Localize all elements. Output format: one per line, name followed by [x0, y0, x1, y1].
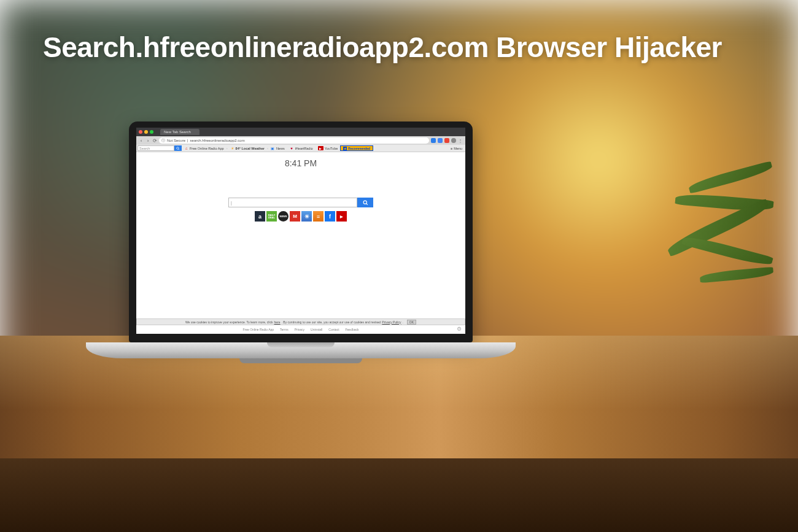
footer-links: Free Online Radio App Terms Privacy Unin… — [136, 325, 465, 334]
cookie-here-link[interactable]: here — [274, 320, 281, 324]
shortcut-booking[interactable]: ≡ — [313, 211, 323, 222]
headline-text: Search.hfreeonlineradioapp2.com Browser … — [43, 31, 722, 64]
weather-icon: ☀ — [304, 214, 309, 220]
browser-tab[interactable]: New Tab Search — [160, 129, 200, 135]
recommended-label: Recommended — [348, 147, 370, 150]
svg-line-3 — [366, 203, 367, 204]
toolbar-link-weather[interactable]: ☀ 84° Local Weather — [228, 146, 267, 150]
radio-icon: ♫ — [184, 146, 188, 150]
footer-link[interactable]: Uninstall — [311, 328, 322, 331]
plant-decoration — [663, 160, 798, 331]
laptop-notch — [267, 342, 335, 347]
heart-icon: ♥ — [290, 146, 294, 150]
page-content: 8:41 PM | a DAILY DEAL NEWS M ☀ ≡ f ▶ — [136, 152, 465, 334]
svg-line-1 — [179, 148, 179, 149]
youtube-icon: ▶ — [340, 214, 343, 218]
toolbar-link-label: News — [276, 147, 285, 150]
toolbar-link-label: iHeartRadio — [295, 147, 313, 150]
shortcut-youtube[interactable]: ▶ — [336, 211, 347, 222]
cookie-text-pre: We use cookies to improve your experienc… — [185, 320, 273, 324]
search-icon — [176, 147, 180, 150]
cookie-ok-button[interactable]: OK — [407, 320, 416, 325]
globe-icon: NEWS — [280, 215, 287, 218]
youtube-icon: ▶ — [318, 146, 323, 150]
amazon-icon: a — [258, 214, 261, 220]
address-bar[interactable]: ⓘ Not Secure | search.hfreeonlineradioap… — [159, 137, 429, 144]
maximize-window-button[interactable] — [150, 130, 153, 134]
toolbar-menu-button[interactable]: ≡ Menu — [449, 147, 464, 150]
menu-label: Menu — [454, 147, 462, 150]
shortcut-weather[interactable]: ☀ — [301, 211, 312, 222]
laptop: New Tab Search ‹ › ⟳ ⓘ Not Secure | sear… — [86, 121, 516, 358]
toolbar-link-label: Free Online Radio App — [190, 147, 224, 150]
table-edge — [0, 458, 798, 532]
sun-icon: ☀ — [230, 146, 234, 150]
footer-link[interactable]: Free Online Radio App — [242, 328, 274, 331]
hamburger-icon: ≡ — [451, 147, 452, 150]
tab-title: New Tab Search — [164, 130, 191, 134]
footer-link[interactable]: Contact — [328, 328, 339, 331]
svg-point-2 — [363, 201, 366, 204]
laptop-bezel: New Tab Search ‹ › ⟳ ⓘ Not Secure | sear… — [129, 121, 473, 342]
svg-point-0 — [177, 147, 179, 149]
main-search-row: | — [136, 198, 465, 207]
address-separator: | — [187, 139, 188, 142]
toolbar-link-label: YouTube — [325, 147, 338, 150]
main-search-input[interactable]: | — [228, 198, 357, 207]
toolbar-link-iheartradio[interactable]: ♥ iHeartRadio — [287, 146, 316, 150]
clock-display: 8:41 PM — [136, 158, 465, 168]
profile-icon[interactable] — [451, 138, 456, 143]
menu-icon[interactable]: ⋮ — [458, 138, 463, 143]
minimize-window-button[interactable] — [144, 130, 148, 134]
shortcut-facebook[interactable]: f — [325, 211, 335, 222]
browser-toolbar: ‹ › ⟳ ⓘ Not Secure | search.hfreeonliner… — [136, 136, 465, 145]
gmail-icon: M — [293, 214, 297, 219]
toolbar-recommended-button[interactable]: ★ Recommended — [340, 145, 373, 151]
toolbar-link-youtube[interactable]: ▶ YouTube — [316, 146, 341, 150]
extension-icon[interactable] — [444, 138, 449, 143]
cookie-text-mid: . By continuing to use our site, you acc… — [282, 320, 381, 324]
toolbar-link-radio[interactable]: ♫ Free Online Radio App — [182, 146, 227, 150]
back-button[interactable]: ‹ — [139, 138, 144, 143]
footer-link[interactable]: Terms — [280, 328, 289, 331]
close-window-button[interactable] — [139, 130, 142, 134]
laptop-screen: New Tab Search ‹ › ⟳ ⓘ Not Secure | sear… — [136, 128, 465, 334]
shortcut-row: a DAILY DEAL NEWS M ☀ ≡ f ▶ — [136, 211, 465, 222]
deal-icon: DAILY DEAL — [266, 214, 277, 219]
search-icon — [363, 200, 368, 206]
shortcut-amazon[interactable]: a — [255, 211, 265, 222]
toolbar-search-input[interactable]: Search — [138, 145, 174, 151]
settings-gear-icon[interactable]: ⚙ — [457, 326, 462, 332]
laptop-base — [86, 342, 516, 358]
toolbar-link-news[interactable]: ▣ News — [268, 146, 287, 150]
shortcut-gmail[interactable]: M — [290, 211, 300, 222]
info-icon: ⓘ — [161, 138, 165, 144]
reload-button[interactable]: ⟳ — [152, 138, 157, 143]
cookie-notice: We use cookies to improve your experienc… — [136, 318, 465, 325]
news-icon: ▣ — [271, 146, 275, 150]
forward-button[interactable]: › — [145, 138, 150, 143]
browser-tab-strip: New Tab Search — [136, 128, 465, 136]
booking-icon: ≡ — [317, 214, 320, 220]
shortcut-daily-deal[interactable]: DAILY DEAL — [266, 211, 277, 222]
toolbar-link-label: 84° Local Weather — [236, 147, 265, 150]
security-label: Not Secure — [167, 139, 185, 142]
toolbar-search-placeholder: Search — [139, 147, 150, 150]
extension-icon[interactable] — [438, 138, 443, 143]
facebook-icon: f — [329, 214, 331, 220]
hijacker-toolbar: Search ♫ Free Online Radio App • ☀ 84° L… — [136, 145, 465, 152]
cookie-policy-link[interactable]: Privacy Policy — [382, 320, 401, 324]
main-search-button[interactable] — [357, 198, 373, 207]
shortcut-news[interactable]: NEWS — [278, 211, 289, 222]
laptop-foot — [239, 358, 362, 363]
extension-icon[interactable] — [431, 138, 436, 143]
footer-link[interactable]: Feedback — [346, 328, 359, 331]
toolbar-search-button[interactable] — [174, 145, 182, 151]
url-text: search.hfreeonlineradioapp2.com — [190, 139, 245, 142]
star-icon: ★ — [343, 147, 347, 150]
footer-link[interactable]: Privacy — [295, 328, 304, 331]
